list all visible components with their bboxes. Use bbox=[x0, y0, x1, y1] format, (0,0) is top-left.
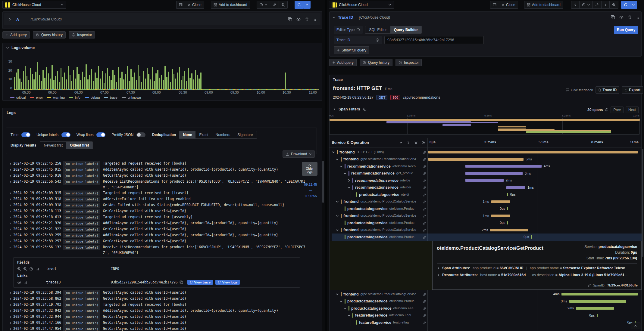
span-row[interactable]: recommendationserviceget_produc3ms bbox=[332, 170, 642, 177]
resource-attributes-expand-icon[interactable] bbox=[437, 274, 440, 277]
log-row[interactable]: 2024-02-19 09:23:56.132(no unique labels… bbox=[6, 244, 310, 256]
span-collapse-icon[interactable] bbox=[347, 314, 352, 317]
span-row[interactable]: frontendgrpc.oteldemo.ProductCatalogServ… bbox=[332, 291, 642, 298]
legend-item-error[interactable]: error bbox=[30, 96, 43, 99]
log-row[interactable]: 2024-02-19 09:24:19.703(no unique labels… bbox=[6, 302, 310, 308]
right-zoom-out-button[interactable] bbox=[609, 1, 618, 9]
info-circle-icon[interactable] bbox=[356, 28, 360, 32]
order-option-oldest-first[interactable]: Oldest first bbox=[66, 142, 92, 149]
left-refresh-button[interactable] bbox=[295, 1, 303, 9]
span-link-icon[interactable] bbox=[423, 292, 426, 296]
span-link-icon[interactable] bbox=[423, 314, 426, 318]
log-expand-icon[interactable] bbox=[9, 308, 13, 314]
span-link-icon[interactable] bbox=[423, 207, 426, 211]
span-duration-bar[interactable] bbox=[507, 221, 508, 224]
log-row[interactable]: 2024-02-19 09:23:21.322(no unique labels… bbox=[6, 226, 310, 232]
span-duration-bar[interactable] bbox=[597, 314, 598, 317]
left-refresh-interval-button[interactable] bbox=[303, 1, 311, 9]
span-duration-bar[interactable] bbox=[428, 151, 638, 153]
disable-query-icon[interactable] bbox=[296, 17, 301, 21]
span-link-icon[interactable] bbox=[423, 178, 426, 183]
span-collapse-icon[interactable] bbox=[336, 158, 340, 161]
span-attributes-expand-icon[interactable] bbox=[437, 267, 440, 270]
span-collapse-icon[interactable] bbox=[336, 200, 340, 203]
export-button[interactable]: Export bbox=[622, 86, 643, 94]
trace-id-copy-button[interactable]: Trace ID bbox=[596, 86, 620, 94]
span-duration-bar[interactable] bbox=[490, 229, 528, 231]
span-link-icon[interactable] bbox=[423, 172, 426, 176]
span-link-icon[interactable] bbox=[423, 193, 426, 197]
right-time-picker-button[interactable] bbox=[579, 1, 592, 9]
span-row[interactable]: productcatalogserviceoteldemo.Fea2ms bbox=[332, 305, 642, 312]
query-ref-id[interactable]: A bbox=[16, 17, 19, 22]
span-row[interactable]: productcatalogserviceoteldi0μs bbox=[332, 191, 642, 198]
right-refresh-interval-button[interactable] bbox=[630, 1, 637, 9]
span-collapse-icon[interactable] bbox=[343, 307, 348, 310]
span-link-icon[interactable] bbox=[423, 200, 426, 204]
log-expand-icon[interactable] bbox=[9, 167, 13, 172]
give-feedback-link[interactable]: Give feedback bbox=[566, 88, 593, 92]
log-row[interactable]: 2024-02-19 09:24:47.166(no unique labels… bbox=[6, 320, 310, 326]
prettify-json-toggle[interactable] bbox=[136, 132, 145, 137]
span-duration-bar[interactable] bbox=[561, 293, 638, 295]
span-duration-bar[interactable] bbox=[465, 172, 523, 175]
next-span-button[interactable]: Next bbox=[626, 107, 639, 113]
right-datasource-picker[interactable]: ClickHouse Cloud bbox=[329, 1, 394, 9]
span-collapse-icon[interactable] bbox=[339, 165, 344, 168]
logs-volume-collapse-icon[interactable] bbox=[6, 46, 9, 49]
disable-query-icon[interactable] bbox=[619, 15, 624, 19]
log-expand-icon[interactable] bbox=[9, 296, 13, 302]
span-collapse-icon[interactable] bbox=[343, 172, 348, 175]
logs-volume-chart[interactable] bbox=[14, 60, 319, 90]
expand-all-icon[interactable] bbox=[422, 141, 425, 144]
span-collapse-icon[interactable] bbox=[332, 150, 336, 154]
right-split-close-button[interactable] bbox=[490, 1, 499, 9]
log-row[interactable]: 2024-02-19 09:24:47.954(no unique labels… bbox=[6, 326, 310, 331]
span-link-icon[interactable] bbox=[587, 283, 591, 287]
log-row[interactable]: 2024-02-19 09:22:45.918(no unique labels… bbox=[6, 173, 310, 179]
left-datasource-picker[interactable]: ClickHouse Cloud bbox=[2, 1, 66, 9]
log-expand-icon[interactable] bbox=[9, 214, 13, 220]
expand-one-icon[interactable] bbox=[407, 141, 410, 144]
span-row[interactable]: frontendHTTP GET (11ms) bbox=[332, 149, 642, 156]
scroll-to-top-button[interactable] bbox=[631, 323, 640, 329]
drag-handle-icon[interactable] bbox=[636, 15, 639, 19]
span-link-icon[interactable] bbox=[423, 221, 426, 225]
log-expand-icon[interactable] bbox=[9, 208, 13, 214]
span-link-icon[interactable] bbox=[423, 299, 426, 304]
span-row[interactable]: frontendgrpc.oteldemo.RecommendationServ… bbox=[332, 156, 642, 163]
log-expand-icon[interactable] bbox=[9, 202, 13, 208]
span-collapse-icon[interactable] bbox=[339, 300, 344, 303]
log-expand-icon[interactable] bbox=[9, 161, 13, 166]
span-duration-bar[interactable] bbox=[428, 158, 524, 161]
left-query-history-button[interactable]: Query history bbox=[33, 31, 66, 39]
span-duration-bar[interactable] bbox=[507, 207, 508, 210]
wrap-lines-toggle[interactable] bbox=[96, 132, 105, 137]
right-close-button[interactable]: Close bbox=[499, 1, 518, 9]
log-row[interactable]: 2024-02-19 09:23:58.862(no unique labels… bbox=[6, 296, 310, 302]
time-shift-left-button[interactable] bbox=[571, 1, 579, 9]
span-collapse-icon[interactable] bbox=[336, 228, 340, 232]
log-row[interactable]: 2024-02-19 09:23:18.113(no unique labels… bbox=[6, 208, 310, 214]
log-collapse-icon[interactable] bbox=[9, 244, 13, 250]
left-link-button[interactable] bbox=[270, 1, 279, 9]
span-link-icon[interactable] bbox=[423, 164, 426, 169]
log-expand-icon[interactable] bbox=[9, 326, 13, 331]
log-expand-icon[interactable] bbox=[9, 226, 13, 232]
right-refresh-button[interactable] bbox=[621, 1, 630, 9]
log-row[interactable]: 2024-02-19 09:23:09.318(no unique labels… bbox=[6, 196, 310, 202]
span-link-icon[interactable] bbox=[423, 157, 426, 162]
right-scrollbar[interactable] bbox=[642, 149, 643, 257]
log-row[interactable]: 2024-02-19 09:23:18.613(no unique labels… bbox=[6, 214, 310, 220]
log-row[interactable]: 2024-02-19 09:23:58.394(no unique labels… bbox=[6, 290, 310, 296]
log-expand-icon[interactable] bbox=[9, 196, 13, 202]
trace-id-input[interactable]: 93b5d327129815e4bb26bc74e2b17296 bbox=[384, 36, 484, 44]
span-duration-bar[interactable] bbox=[531, 235, 532, 239]
span-row[interactable]: productcatalogserviceoteldemo.Produc0μs bbox=[332, 219, 642, 227]
span-row-selected[interactable]: productcatalogserviceoteldemo.Produc0μs bbox=[332, 234, 642, 241]
log-expand-icon[interactable] bbox=[9, 238, 13, 244]
collapse-one-icon[interactable] bbox=[399, 141, 403, 144]
right-link-button[interactable] bbox=[592, 1, 601, 9]
span-row[interactable]: recommendationservice/oteldei1ms bbox=[332, 184, 642, 191]
time-toggle[interactable] bbox=[21, 132, 30, 137]
